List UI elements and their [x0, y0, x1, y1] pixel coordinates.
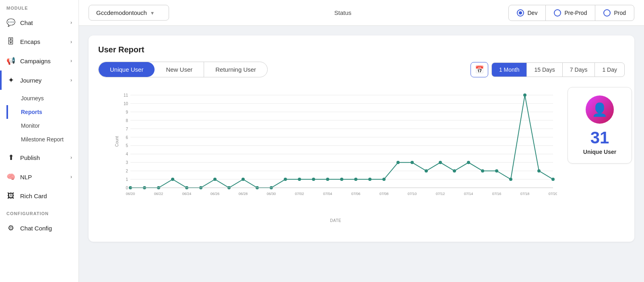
- reports-active-bar: [6, 105, 8, 119]
- person-icon: 👤: [592, 102, 608, 117]
- config-label: CONFIGURATION: [0, 205, 78, 218]
- env-preprod[interactable]: Pre-Prod: [546, 5, 595, 21]
- sidebar-sub-journeys[interactable]: Journeys: [21, 91, 78, 105]
- svg-text:07/20: 07/20: [549, 192, 557, 196]
- nlp-chevron: ›: [70, 174, 72, 180]
- sidebar-item-encaps[interactable]: 🗄 Encaps ›: [0, 32, 78, 51]
- sidebar-item-campaigns[interactable]: 📢 Campaigns ›: [0, 51, 78, 70]
- chart-area: 01234567891011Count06/2006/2206/2406/260…: [98, 87, 625, 232]
- svg-point-46: [425, 169, 428, 172]
- chat-chevron: ›: [70, 20, 72, 25]
- svg-text:5: 5: [126, 143, 128, 148]
- svg-text:07/16: 07/16: [492, 192, 502, 196]
- journey-chevron: ›: [70, 77, 72, 83]
- svg-point-43: [382, 178, 386, 181]
- journey-submenu: Journeys Reports Monitor Milestone Repor…: [0, 90, 78, 148]
- svg-text:07/18: 07/18: [520, 192, 530, 196]
- svg-text:07/06: 07/06: [351, 192, 361, 196]
- status-label: Status: [185, 9, 500, 16]
- campaigns-icon: 📢: [6, 56, 15, 65]
- svg-text:07/04: 07/04: [323, 192, 332, 196]
- topbar: Gccdemodontouch ▾ Status Dev Pre-Prod Pr…: [79, 0, 644, 26]
- btn-returning-user[interactable]: Returning User: [204, 62, 267, 77]
- publish-icon: ⬆: [6, 153, 15, 162]
- rich-card-icon: 🖼: [6, 192, 15, 200]
- sidebar-item-nlp-label: NLP: [20, 174, 32, 180]
- svg-text:07/02: 07/02: [295, 192, 304, 196]
- svg-point-41: [354, 178, 357, 181]
- encaps-chevron: ›: [70, 39, 72, 45]
- publish-chevron: ›: [70, 155, 72, 160]
- svg-point-38: [312, 178, 315, 181]
- svg-point-53: [523, 93, 526, 97]
- svg-point-52: [509, 178, 512, 181]
- svg-text:07/08: 07/08: [380, 192, 389, 196]
- env-preprod-label: Pre-Prod: [564, 10, 587, 16]
- sidebar-item-journey-label: Journey: [20, 77, 41, 84]
- sidebar-item-rich-card-label: Rich Card: [20, 193, 47, 199]
- svg-text:6: 6: [126, 135, 128, 140]
- chart-svg-container: 01234567891011Count06/2006/2206/2406/260…: [114, 87, 557, 223]
- env-dev[interactable]: Dev: [509, 5, 546, 21]
- svg-text:06/28: 06/28: [239, 192, 248, 196]
- svg-point-37: [298, 178, 301, 181]
- radio-prod: [603, 9, 611, 17]
- svg-point-39: [326, 178, 329, 181]
- svg-point-48: [453, 169, 456, 172]
- chat-icon: 💬: [6, 18, 15, 27]
- environment-dropdown[interactable]: Gccdemodontouch ▾: [89, 5, 169, 21]
- svg-point-44: [396, 161, 400, 164]
- svg-point-47: [439, 161, 442, 164]
- active-bar: [0, 70, 2, 90]
- calendar-icon[interactable]: 📅: [471, 62, 488, 77]
- svg-point-33: [242, 178, 245, 181]
- svg-point-45: [411, 161, 414, 164]
- avatar: 👤: [586, 95, 614, 124]
- sidebar-sub-milestone[interactable]: Milestone Report: [21, 133, 78, 146]
- svg-point-28: [171, 178, 174, 181]
- svg-text:07/10: 07/10: [408, 192, 417, 196]
- content-area: User Report Unique User New User Returni…: [79, 26, 644, 282]
- svg-point-51: [495, 169, 498, 172]
- svg-text:8: 8: [126, 118, 128, 123]
- sidebar-item-rich-card[interactable]: 🖼 Rich Card: [0, 187, 78, 205]
- sidebar: MODULE 💬 Chat › 🗄 Encaps › 📢 Campaigns ›…: [0, 0, 79, 282]
- svg-point-36: [284, 178, 287, 181]
- env-prod[interactable]: Prod: [595, 5, 634, 21]
- sidebar-item-chat-config[interactable]: ⚙ Chat Config: [0, 218, 78, 238]
- btn-new-user[interactable]: New User: [155, 62, 204, 77]
- svg-text:10: 10: [124, 102, 128, 106]
- sidebar-item-publish[interactable]: ⬆ Publish ›: [0, 148, 78, 167]
- btn-unique-user[interactable]: Unique User: [99, 62, 155, 77]
- encaps-icon: 🗄: [6, 37, 15, 46]
- user-type-group: Unique User New User Returning User: [98, 62, 268, 77]
- sidebar-item-chat[interactable]: 💬 Chat ›: [0, 13, 78, 32]
- btn-15days[interactable]: 15 Days: [527, 63, 562, 77]
- svg-text:9: 9: [126, 110, 128, 114]
- sidebar-sub-reports[interactable]: Reports: [21, 105, 78, 119]
- module-label: MODULE: [0, 0, 78, 13]
- date-group: 📅 1 Month 15 Days 7 Days 1 Day: [471, 62, 625, 77]
- btn-1day[interactable]: 1 Day: [595, 63, 624, 77]
- svg-point-55: [551, 178, 555, 181]
- svg-point-49: [467, 161, 470, 164]
- sidebar-item-journey[interactable]: ✦ Journey ›: [0, 70, 78, 90]
- campaigns-chevron: ›: [70, 58, 72, 64]
- nlp-icon: 🧠: [6, 172, 15, 181]
- svg-text:Count: Count: [115, 136, 119, 147]
- sidebar-item-nlp[interactable]: 🧠 NLP ›: [0, 167, 78, 187]
- svg-point-31: [213, 178, 217, 181]
- svg-text:06/20: 06/20: [126, 192, 135, 196]
- svg-point-42: [368, 178, 372, 181]
- btn-7days[interactable]: 7 Days: [563, 63, 595, 77]
- radio-dev-fill: [519, 11, 522, 15]
- main-content: Gccdemodontouch ▾ Status Dev Pre-Prod Pr…: [79, 0, 644, 282]
- dropdown-chevron: ▾: [151, 10, 154, 16]
- sidebar-item-campaigns-label: Campaigns: [20, 58, 51, 64]
- svg-text:0: 0: [126, 186, 128, 190]
- journey-icon: ✦: [6, 76, 15, 85]
- sidebar-item-chat-label: Chat: [20, 19, 33, 26]
- btn-1month[interactable]: 1 Month: [492, 63, 527, 77]
- sidebar-item-encaps-label: Encaps: [20, 38, 40, 45]
- sidebar-sub-monitor[interactable]: Monitor: [21, 119, 78, 133]
